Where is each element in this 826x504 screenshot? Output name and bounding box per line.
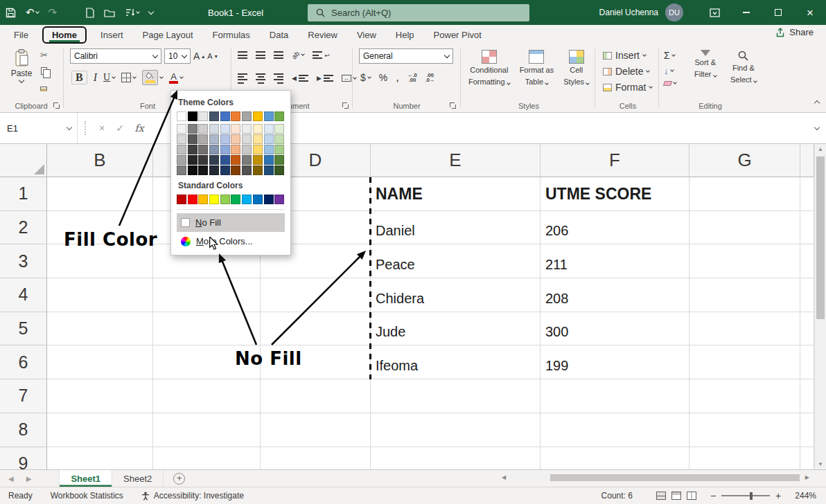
cell-F9[interactable] — [541, 447, 689, 470]
italic-button[interactable]: I — [94, 71, 97, 84]
cell-C4[interactable] — [153, 278, 261, 312]
cell-B4[interactable] — [47, 278, 153, 312]
theme-shade-swatch[interactable] — [177, 165, 186, 175]
theme-shade-swatch[interactable] — [177, 134, 186, 144]
cell-G6[interactable] — [689, 345, 800, 379]
cell-styles-button[interactable]: Cell Styles — [563, 50, 589, 87]
normal-view-button[interactable] — [656, 492, 666, 500]
cell-C8[interactable] — [153, 413, 261, 447]
theme-color-swatch[interactable] — [242, 111, 252, 121]
qat-customize-button[interactable] — [149, 12, 153, 14]
row-header-6[interactable]: 6 — [0, 345, 47, 379]
zoom-slider-thumb[interactable] — [750, 492, 753, 500]
theme-shade-swatch[interactable] — [274, 165, 284, 175]
tab-insert[interactable]: Insert — [91, 26, 133, 44]
column-header-G[interactable]: G — [689, 144, 800, 177]
cell-C6[interactable] — [153, 345, 261, 379]
cell-H6[interactable] — [800, 345, 814, 379]
cell-F2[interactable]: 206 — [541, 211, 689, 245]
cell-H9[interactable] — [800, 447, 814, 470]
row-header-7[interactable]: 7 — [0, 379, 47, 413]
sort-filter-button[interactable]: Sort & Filter — [694, 50, 717, 80]
align-center-button[interactable] — [256, 73, 265, 84]
theme-shade-swatch[interactable] — [242, 124, 252, 134]
standard-color-swatch[interactable] — [253, 195, 263, 204]
cell-H4[interactable] — [800, 278, 814, 312]
comma-style-button[interactable]: , — [396, 71, 399, 84]
accessibility-status[interactable]: Accessibility: Investigate — [141, 491, 244, 501]
theme-shade-swatch[interactable] — [220, 124, 230, 134]
font-color-button[interactable]: A — [169, 72, 183, 84]
cell-B8[interactable] — [47, 413, 153, 447]
cell-G4[interactable] — [689, 278, 800, 312]
theme-shade-swatch[interactable] — [253, 145, 263, 154]
theme-shade-swatch[interactable] — [274, 145, 284, 154]
page-layout-view-button[interactable] — [671, 492, 681, 500]
copy-button[interactable] — [41, 66, 47, 77]
cell-H2[interactable] — [800, 211, 814, 245]
insert-cells-button[interactable]: Insert — [603, 50, 652, 61]
format-cells-button[interactable]: Format — [603, 82, 652, 93]
theme-shade-swatch[interactable] — [198, 165, 208, 175]
theme-color-swatch[interactable] — [220, 111, 230, 121]
cell-D5[interactable] — [261, 312, 371, 346]
cancel-entry-button[interactable]: × — [93, 123, 111, 134]
cell-C5[interactable] — [153, 312, 261, 346]
theme-shade-swatch[interactable] — [253, 124, 263, 134]
theme-shade-swatch[interactable] — [209, 155, 219, 165]
theme-shade-swatch[interactable] — [177, 124, 186, 134]
zoom-in-button[interactable]: + — [775, 490, 781, 501]
cell-H8[interactable] — [800, 413, 814, 447]
wrap-text-button[interactable]: ↩ — [313, 51, 330, 58]
theme-shade-swatch[interactable] — [231, 165, 240, 175]
font-size-select[interactable]: 10 — [164, 48, 191, 64]
cell-D4[interactable] — [261, 278, 371, 312]
more-colors-menu-item[interactable]: More Colors... — [177, 232, 285, 251]
bold-button[interactable]: B — [71, 71, 87, 84]
cell-D6[interactable] — [261, 345, 371, 379]
standard-color-swatch[interactable] — [177, 195, 186, 204]
zoom-out-button[interactable]: − — [710, 490, 716, 501]
standard-color-swatch[interactable] — [220, 195, 230, 204]
standard-color-swatch[interactable] — [264, 195, 274, 204]
horizontal-scrollbar-thumb[interactable] — [550, 474, 800, 481]
cell-F8[interactable] — [541, 413, 689, 447]
autosum-button[interactable]: Σ — [664, 50, 676, 61]
theme-shade-swatch[interactable] — [198, 155, 208, 165]
percent-style-button[interactable]: % — [379, 72, 387, 83]
paste-button[interactable]: Paste — [7, 48, 36, 98]
cell-B9[interactable] — [47, 447, 153, 470]
theme-color-swatch[interactable] — [188, 111, 197, 121]
theme-shade-swatch[interactable] — [253, 134, 263, 144]
theme-shade-swatch[interactable] — [220, 155, 230, 165]
undo-button[interactable]: ↶ — [26, 6, 39, 19]
insert-function-button[interactable]: fx — [129, 123, 150, 134]
ribbon-display-options-button[interactable] — [698, 0, 730, 25]
align-middle-button[interactable] — [256, 51, 265, 58]
accounting-format-button[interactable]: $ — [360, 72, 371, 83]
scroll-up-icon[interactable]: ▲ — [815, 146, 826, 152]
merge-center-button[interactable]: ↔ — [342, 75, 356, 82]
page-break-view-button[interactable] — [687, 492, 696, 500]
theme-color-swatch[interactable] — [198, 111, 208, 121]
font-name-select[interactable]: Calibri — [70, 48, 161, 64]
zoom-slider[interactable] — [721, 495, 770, 496]
theme-shade-swatch[interactable] — [198, 134, 208, 144]
standard-color-swatch[interactable] — [242, 195, 252, 204]
tab-formulas[interactable]: Formulas — [203, 26, 260, 44]
theme-color-swatch[interactable] — [231, 111, 240, 121]
theme-shade-swatch[interactable] — [253, 155, 263, 165]
cell-B1[interactable] — [47, 177, 153, 211]
delete-cells-button[interactable]: Delete — [603, 66, 652, 77]
cell-B5[interactable] — [47, 312, 153, 346]
theme-shade-swatch[interactable] — [253, 165, 263, 175]
tab-data[interactable]: Data — [260, 26, 298, 44]
theme-shade-swatch[interactable] — [198, 124, 208, 134]
theme-shade-swatch[interactable] — [188, 155, 197, 165]
hscroll-left-icon[interactable]: ◀ — [502, 474, 506, 480]
row-header-4[interactable]: 4 — [0, 278, 47, 312]
close-button[interactable]: × — [794, 0, 826, 25]
theme-shade-swatch[interactable] — [220, 165, 230, 175]
cell-E9[interactable] — [371, 447, 541, 470]
hscroll-right-icon[interactable]: ▶ — [805, 474, 809, 480]
